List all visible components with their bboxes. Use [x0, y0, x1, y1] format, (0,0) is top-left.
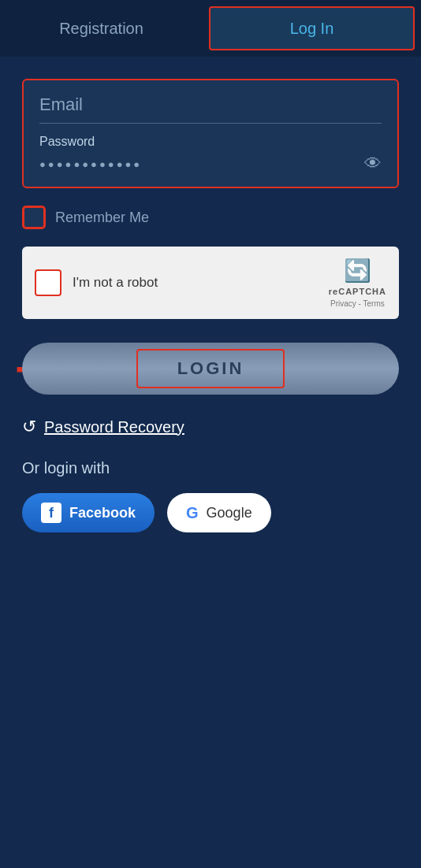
social-buttons: f Facebook G Google — [22, 493, 399, 532]
or-login-label: Or login with — [22, 459, 399, 477]
eye-icon[interactable]: 👁 — [364, 154, 382, 174]
login-tab-label: Log In — [290, 20, 334, 38]
recaptcha-box: I'm not a robot 🔄 reCAPTCHA Privacy - Te… — [22, 247, 399, 319]
recaptcha-links: Privacy - Terms — [330, 299, 385, 308]
registration-tab-label: Registration — [59, 20, 143, 38]
google-login-button[interactable]: G Google — [167, 493, 271, 532]
password-recovery-row: ↺ Password Recovery — [22, 417, 399, 437]
tab-login[interactable]: Log In — [209, 6, 415, 50]
login-button[interactable]: LOGIN — [22, 343, 399, 395]
recaptcha-icon: 🔄 — [344, 258, 371, 284]
remember-me-checkbox[interactable] — [22, 206, 46, 229]
login-button-row: ➡ LOGIN — [22, 343, 399, 395]
facebook-login-button[interactable]: f Facebook — [22, 493, 155, 532]
remember-me-row: Remember Me — [22, 206, 399, 229]
google-label: Google — [207, 505, 252, 521]
google-icon: G — [186, 504, 199, 522]
password-recovery-link[interactable]: Password Recovery — [44, 418, 184, 436]
password-row: ●●●●●●●●●●●● 👁 — [39, 154, 382, 174]
login-button-label: LOGIN — [177, 358, 244, 378]
tab-bar: Registration Log In — [0, 0, 421, 57]
recaptcha-left: I'm not a robot — [35, 269, 158, 296]
main-content: Email Password ●●●●●●●●●●●● 👁 Remember M… — [0, 57, 421, 564]
remember-me-label: Remember Me — [55, 210, 149, 226]
email-field[interactable]: Email — [39, 95, 382, 124]
facebook-icon: f — [41, 503, 61, 523]
recaptcha-brand: reCAPTCHA — [329, 287, 386, 296]
recaptcha-right: 🔄 reCAPTCHA Privacy - Terms — [329, 258, 386, 308]
login-form-box: Email Password ●●●●●●●●●●●● 👁 — [22, 79, 399, 188]
password-recovery-icon: ↺ — [22, 417, 36, 437]
recaptcha-label: I'm not a robot — [73, 275, 158, 291]
password-dots: ●●●●●●●●●●●● — [39, 158, 142, 170]
tab-registration[interactable]: Registration — [0, 0, 203, 57]
email-placeholder: Email — [39, 95, 83, 114]
password-label: Password — [39, 135, 382, 149]
recaptcha-checkbox[interactable] — [35, 269, 61, 296]
facebook-label: Facebook — [69, 505, 136, 521]
login-button-inner: LOGIN — [136, 349, 285, 388]
